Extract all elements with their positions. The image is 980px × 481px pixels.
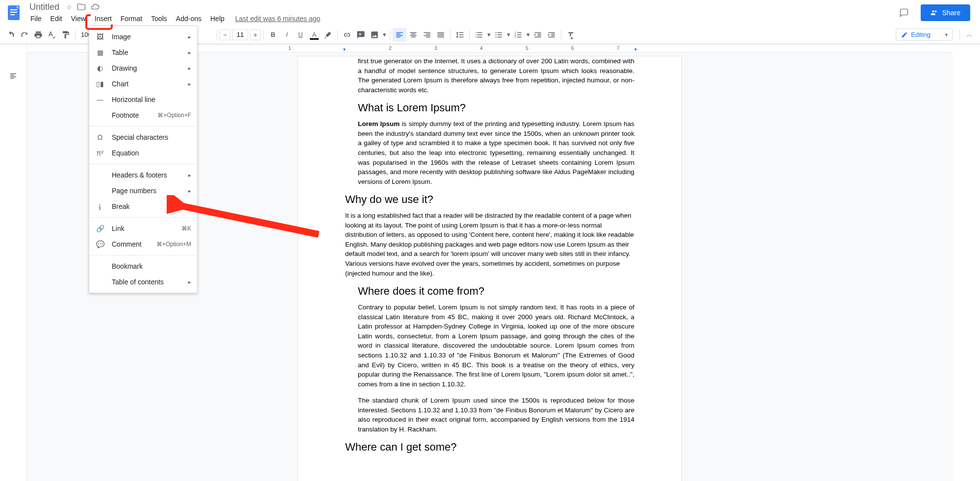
menu-tools[interactable]: Tools: [147, 13, 171, 25]
titlebar: Untitled ☆ File Edit View Insert Format …: [0, 0, 980, 25]
menu-addons[interactable]: Add-ons: [172, 13, 205, 25]
spellcheck-button[interactable]: [45, 28, 59, 42]
menu-format[interactable]: Format: [117, 13, 146, 25]
align-right-button[interactable]: [420, 28, 434, 42]
insert-special-characters[interactable]: ΩSpecial characters: [89, 129, 197, 145]
submenu-arrow-icon: ▸: [188, 188, 191, 194]
submenu-arrow-icon: ▸: [188, 65, 191, 72]
share-icon: [930, 9, 938, 17]
document-title[interactable]: Untitled: [26, 2, 62, 12]
numbered-list-button[interactable]: 123: [511, 28, 525, 42]
align-center-button[interactable]: [406, 28, 420, 42]
clear-formatting-button[interactable]: [564, 28, 578, 42]
increase-indent-button[interactable]: [545, 28, 558, 42]
ruler-right-marker[interactable]: ▾: [634, 47, 637, 52]
ruler-number: 5: [526, 46, 528, 51]
share-button[interactable]: Share: [921, 4, 970, 21]
insert-break[interactable]: ⭳Break▸: [89, 199, 197, 214]
svg-point-4: [496, 32, 497, 33]
heading[interactable]: Where can I get some?: [345, 441, 634, 454]
menu-label: Comment: [112, 240, 156, 248]
insert-image-button[interactable]: [368, 28, 381, 42]
body-paragraph[interactable]: Contrary to popular belief, Lorem Ipsum …: [358, 303, 634, 389]
body-paragraph[interactable]: first true generator on the Internet. It…: [358, 56, 634, 95]
comment-icon: 💬: [95, 240, 105, 248]
hide-menus-button[interactable]: ︿: [962, 28, 976, 42]
highlight-color-button[interactable]: [321, 28, 335, 42]
text-color-button[interactable]: A: [307, 28, 321, 42]
insert-comment-button[interactable]: [354, 28, 368, 42]
bold-button[interactable]: B: [266, 28, 280, 42]
menu-label: Bookmark: [112, 262, 191, 270]
insert-bookmark[interactable]: Bookmark: [89, 258, 197, 274]
insert-link-button[interactable]: [340, 28, 354, 42]
chart-icon: ▯▮: [95, 80, 105, 88]
body-paragraph[interactable]: The standard chunk of Lorem Ipsum used s…: [358, 396, 634, 434]
right-gutter: [953, 45, 980, 481]
break-icon: ⭳: [95, 203, 105, 210]
checklist-dropdown[interactable]: ▾: [486, 28, 492, 42]
insert-chart[interactable]: ▯▮Chart▸: [89, 76, 197, 92]
font-size-input[interactable]: [232, 29, 248, 40]
checklist-button[interactable]: [472, 28, 486, 42]
docs-logo[interactable]: [4, 3, 24, 23]
heading[interactable]: Where does it come from?: [358, 285, 634, 298]
font-size-increase[interactable]: +: [250, 29, 261, 40]
heading[interactable]: Why do we use it?: [345, 193, 634, 206]
menu-edit[interactable]: Edit: [47, 13, 66, 25]
italic-button[interactable]: I: [280, 28, 294, 42]
document-outline-button[interactable]: [6, 69, 20, 83]
table-icon: ▦: [95, 49, 105, 56]
decrease-indent-button[interactable]: [531, 28, 545, 42]
insert-link[interactable]: 🔗Link⌘K: [89, 221, 197, 236]
menu-insert[interactable]: Insert: [91, 13, 116, 25]
undo-button[interactable]: [4, 28, 18, 42]
underline-button[interactable]: U: [294, 28, 307, 42]
bulleted-dropdown[interactable]: ▾: [505, 28, 511, 42]
ruler-indent-marker[interactable]: ▾: [343, 47, 346, 52]
line-spacing-button[interactable]: [453, 28, 467, 42]
svg-rect-3: [10, 14, 15, 15]
svg-point-5: [496, 34, 497, 35]
menu-label: Headers & footers: [112, 171, 188, 179]
insert-image[interactable]: 🖼Image▸: [89, 29, 197, 45]
move-icon[interactable]: [77, 2, 86, 11]
print-button[interactable]: [31, 28, 45, 42]
last-edit-link[interactable]: Last edit was 6 minutes ago: [235, 15, 321, 23]
bulleted-list-button[interactable]: [492, 28, 505, 42]
menu-label: Table: [112, 49, 188, 56]
insert-footnote[interactable]: Footnote⌘+Option+F: [89, 107, 197, 123]
ruler-number: 1: [288, 46, 291, 51]
paint-format-button[interactable]: [59, 28, 73, 42]
align-justify-button[interactable]: [434, 28, 448, 42]
star-icon[interactable]: ☆: [66, 3, 72, 11]
insert-horizontal-line[interactable]: —Horizontal line: [89, 92, 197, 107]
editing-mode-button[interactable]: Editing ▾: [896, 28, 953, 41]
insert-headers-footers[interactable]: Headers & footers▸: [89, 167, 197, 183]
menu-view[interactable]: View: [67, 13, 90, 25]
bold-text: Lorem Ipsum: [358, 120, 400, 127]
ruler-number: 6: [571, 46, 574, 51]
insert-drawing[interactable]: ◐Drawing▸: [89, 60, 197, 76]
insert-equation[interactable]: π²Equation: [89, 145, 197, 161]
insert-table[interactable]: ▦Table▸: [89, 45, 197, 60]
numbered-dropdown[interactable]: ▾: [525, 28, 531, 42]
redo-button[interactable]: [18, 28, 31, 42]
image-dropdown[interactable]: ▾: [381, 28, 387, 42]
font-size-decrease[interactable]: −: [220, 29, 230, 40]
menubar: File Edit View Insert Format Tools Add-o…: [26, 13, 895, 25]
open-comments-button[interactable]: [895, 4, 913, 22]
left-gutter: [0, 45, 27, 481]
heading[interactable]: What is Lorem Ipsum?: [358, 101, 634, 114]
insert-page-numbers[interactable]: Page numbers▸: [89, 183, 197, 199]
menu-file[interactable]: File: [26, 13, 46, 25]
insert-comment[interactable]: 💬Comment⌘+Option+M: [89, 236, 197, 252]
body-paragraph[interactable]: Lorem Ipsum is simply dummy text of the …: [358, 119, 634, 186]
body-paragraph[interactable]: It is a long established fact that a rea…: [345, 211, 634, 278]
insert-table-of-contents[interactable]: Table of contents▸: [89, 274, 197, 290]
document-page[interactable]: first true generator on the Internet. It…: [298, 56, 681, 481]
menu-label: Equation: [112, 149, 191, 157]
menu-help[interactable]: Help: [206, 13, 228, 25]
cloud-status-icon[interactable]: [91, 2, 100, 11]
align-left-button[interactable]: [393, 28, 406, 42]
